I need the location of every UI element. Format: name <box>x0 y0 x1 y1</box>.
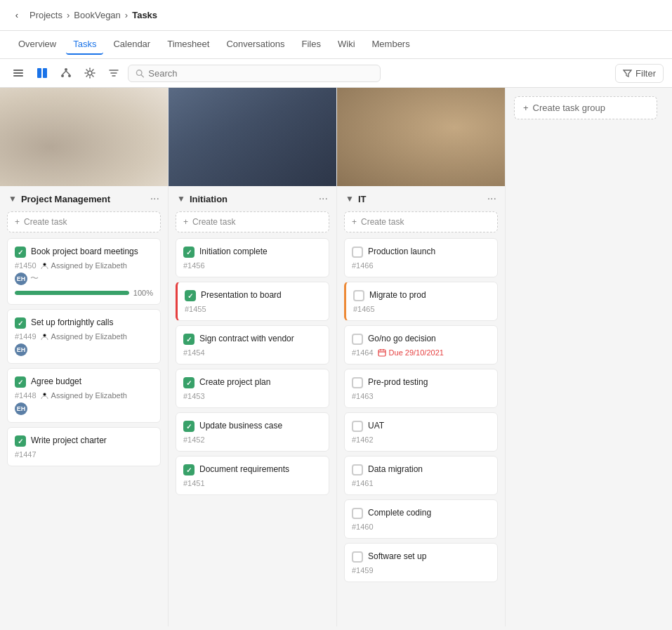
task-checkbox[interactable] <box>352 421 363 432</box>
task-card[interactable]: Sign contract with vendor #1454 <box>176 325 329 365</box>
tab-tasks[interactable]: Tasks <box>66 34 103 55</box>
svg-rect-19 <box>378 350 386 356</box>
task-id: #1461 <box>352 479 374 487</box>
task-id: #1456 <box>183 261 205 270</box>
create-task-group-button[interactable]: + Create task group <box>514 96 657 119</box>
task-checkbox[interactable] <box>183 464 195 475</box>
task-card[interactable]: Presentation to board #1455 <box>176 282 329 321</box>
svg-line-9 <box>66 71 70 74</box>
task-card[interactable]: Write project charter #1447 <box>7 427 161 466</box>
more-menu-it[interactable]: ··· <box>487 193 496 204</box>
task-checkbox[interactable] <box>185 290 196 301</box>
task-id: #1459 <box>352 566 374 575</box>
create-task-pm[interactable]: + Create task <box>7 211 161 232</box>
task-assignee: Assigned by Elizabeth <box>41 261 127 270</box>
tab-files[interactable]: Files <box>295 34 328 55</box>
column-initiation: ▼ Initiation ··· + Create task Initiatio… <box>169 88 337 626</box>
settings-icon[interactable] <box>80 63 100 83</box>
task-checkbox[interactable] <box>352 464 363 475</box>
more-menu-pm[interactable]: ··· <box>150 193 159 204</box>
breadcrumb-sep1: › <box>67 10 70 20</box>
svg-rect-3 <box>37 68 41 78</box>
sort-icon[interactable] <box>104 63 124 83</box>
collapse-icon-it[interactable]: ▼ <box>345 194 354 204</box>
task-card[interactable]: Go/no go decision #1464 Due 29/10/2021 <box>344 325 498 365</box>
task-checkbox[interactable] <box>352 508 363 519</box>
task-card[interactable]: Software set up #1459 <box>344 543 498 582</box>
task-id: #1447 <box>15 450 37 459</box>
task-title: Software set up <box>368 551 426 563</box>
toolbar: Filter <box>0 59 672 88</box>
task-card[interactable]: Data migration #1461 <box>344 456 498 495</box>
tab-members[interactable]: Members <box>365 34 417 55</box>
task-card[interactable]: Document requirements #1451 <box>176 456 329 495</box>
plus-icon-group: + <box>523 103 529 113</box>
task-id: #1449 <box>15 332 37 341</box>
task-card[interactable]: Create project plan #1453 <box>176 369 329 408</box>
task-card[interactable]: Book project board meetings #1450 Assign… <box>7 238 161 305</box>
task-title: Complete coding <box>368 507 431 519</box>
task-title: Data migration <box>368 464 423 475</box>
task-checkbox[interactable] <box>352 334 363 345</box>
svg-rect-2 <box>13 75 23 77</box>
task-checkbox[interactable] <box>352 551 363 563</box>
list-view-icon[interactable] <box>8 63 28 83</box>
task-id: #1466 <box>352 261 374 270</box>
task-checkbox[interactable] <box>183 421 195 432</box>
task-title: Document requirements <box>199 464 289 475</box>
create-task-initiation[interactable]: + Create task <box>176 211 329 232</box>
task-checkbox[interactable] <box>15 376 26 388</box>
task-title: Set up fortnightly calls <box>31 317 113 329</box>
task-id: #1454 <box>183 348 205 357</box>
collapse-icon-initiation[interactable]: ▼ <box>177 194 185 204</box>
task-checkbox[interactable] <box>352 247 363 258</box>
task-card[interactable]: Agree budget #1448 Assigned by Elizabeth… <box>7 368 161 423</box>
task-checkbox[interactable] <box>183 334 195 345</box>
breadcrumb-app[interactable]: BookVegan <box>74 10 121 20</box>
search-box[interactable] <box>128 65 381 82</box>
back-button[interactable]: ‹ <box>8 7 25 24</box>
svg-point-16 <box>43 263 46 265</box>
task-card[interactable]: Production launch #1466 <box>344 238 498 277</box>
task-checkbox[interactable] <box>352 377 363 388</box>
tab-overview[interactable]: Overview <box>11 34 63 55</box>
task-card[interactable]: Pre-prod testing #1463 <box>344 369 498 408</box>
task-card[interactable]: UAT #1462 <box>344 412 498 452</box>
task-card[interactable]: Initiation complete #1456 <box>176 238 329 277</box>
task-card[interactable]: Set up fortnightly calls #1449 Assigned … <box>7 309 161 364</box>
breadcrumb-projects[interactable]: Projects <box>29 10 62 20</box>
tab-wiki[interactable]: Wiki <box>331 34 362 55</box>
avatar: EH <box>15 402 27 415</box>
create-task-it[interactable]: + Create task <box>344 211 498 232</box>
task-checkbox[interactable] <box>183 377 195 388</box>
svg-rect-4 <box>43 68 47 78</box>
search-input[interactable] <box>148 68 373 79</box>
task-title: Initiation complete <box>199 246 268 258</box>
create-group-label: Create task group <box>533 103 605 113</box>
filter-button[interactable]: Filter <box>615 64 664 83</box>
tab-timesheet[interactable]: Timesheet <box>160 34 216 55</box>
task-checkbox[interactable] <box>15 317 26 329</box>
collapse-icon-pm[interactable]: ▼ <box>8 194 17 204</box>
task-checkbox[interactable] <box>15 247 26 258</box>
board-view-icon[interactable] <box>32 63 52 83</box>
task-checkbox[interactable] <box>353 290 364 301</box>
task-card[interactable]: Migrate to prod #1465 <box>344 282 498 321</box>
more-menu-initiation[interactable]: ··· <box>319 193 328 204</box>
task-checkbox[interactable] <box>15 435 26 447</box>
board-container: ▼ Project Management ··· + Create task B… <box>0 88 672 626</box>
hierarchy-icon[interactable] <box>56 63 76 83</box>
column-title-initiation: Initiation <box>190 194 315 204</box>
task-id: #1450 <box>15 261 37 270</box>
task-card[interactable]: Update business case #1452 <box>176 412 329 452</box>
task-id: #1465 <box>353 305 375 313</box>
task-id: #1455 <box>185 305 206 313</box>
task-checkbox[interactable] <box>183 247 195 258</box>
breadcrumb: Projects › BookVegan › Tasks <box>29 10 157 20</box>
tab-calendar[interactable]: Calendar <box>106 34 157 55</box>
plus-icon-initiation: + <box>183 217 188 227</box>
breadcrumb-current: Tasks <box>132 10 157 20</box>
task-card[interactable]: Complete coding #1460 <box>344 499 498 539</box>
task-title: Write project charter <box>31 435 107 447</box>
tab-conversations[interactable]: Conversations <box>219 34 291 55</box>
